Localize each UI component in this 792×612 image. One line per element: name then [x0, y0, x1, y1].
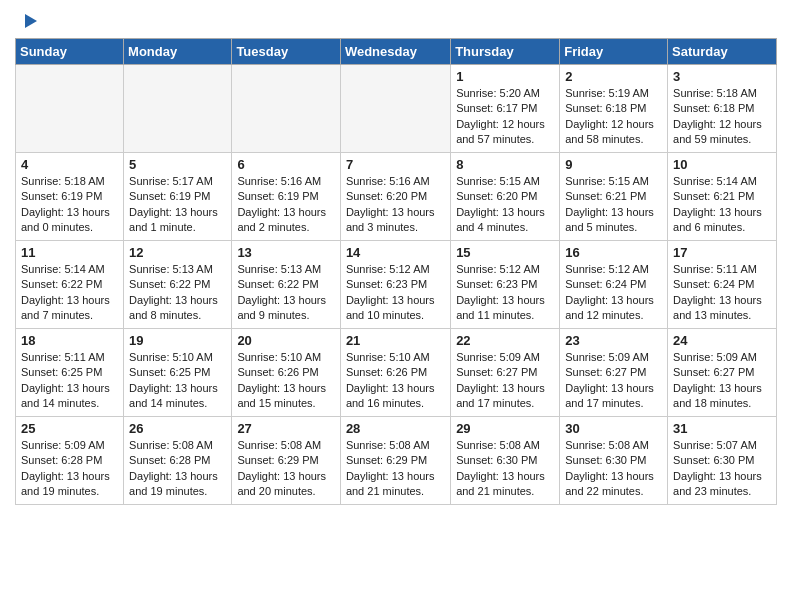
calendar-cell: 21Sunrise: 5:10 AM Sunset: 6:26 PM Dayli…: [340, 329, 450, 417]
day-number: 17: [673, 245, 771, 260]
calendar-cell: [16, 65, 124, 153]
week-row-3: 11Sunrise: 5:14 AM Sunset: 6:22 PM Dayli…: [16, 241, 777, 329]
day-number: 21: [346, 333, 445, 348]
day-info: Sunrise: 5:12 AM Sunset: 6:24 PM Dayligh…: [565, 262, 662, 324]
calendar-cell: 16Sunrise: 5:12 AM Sunset: 6:24 PM Dayli…: [560, 241, 668, 329]
day-info: Sunrise: 5:19 AM Sunset: 6:18 PM Dayligh…: [565, 86, 662, 148]
day-number: 8: [456, 157, 554, 172]
day-number: 12: [129, 245, 226, 260]
calendar-cell: 31Sunrise: 5:07 AM Sunset: 6:30 PM Dayli…: [668, 417, 777, 505]
page: SundayMondayTuesdayWednesdayThursdayFrid…: [0, 0, 792, 515]
day-info: Sunrise: 5:11 AM Sunset: 6:24 PM Dayligh…: [673, 262, 771, 324]
weekday-header-tuesday: Tuesday: [232, 39, 341, 65]
calendar-cell: 1Sunrise: 5:20 AM Sunset: 6:17 PM Daylig…: [451, 65, 560, 153]
weekday-header-friday: Friday: [560, 39, 668, 65]
day-info: Sunrise: 5:09 AM Sunset: 6:27 PM Dayligh…: [673, 350, 771, 412]
calendar-cell: 15Sunrise: 5:12 AM Sunset: 6:23 PM Dayli…: [451, 241, 560, 329]
calendar-cell: 5Sunrise: 5:17 AM Sunset: 6:19 PM Daylig…: [124, 153, 232, 241]
day-number: 6: [237, 157, 335, 172]
calendar-cell: 9Sunrise: 5:15 AM Sunset: 6:21 PM Daylig…: [560, 153, 668, 241]
day-info: Sunrise: 5:10 AM Sunset: 6:25 PM Dayligh…: [129, 350, 226, 412]
calendar-cell: 27Sunrise: 5:08 AM Sunset: 6:29 PM Dayli…: [232, 417, 341, 505]
calendar-cell: 13Sunrise: 5:13 AM Sunset: 6:22 PM Dayli…: [232, 241, 341, 329]
logo-icon: [17, 10, 39, 32]
calendar-cell: 2Sunrise: 5:19 AM Sunset: 6:18 PM Daylig…: [560, 65, 668, 153]
day-number: 9: [565, 157, 662, 172]
day-info: Sunrise: 5:09 AM Sunset: 6:28 PM Dayligh…: [21, 438, 118, 500]
day-number: 29: [456, 421, 554, 436]
day-number: 10: [673, 157, 771, 172]
calendar-cell: 18Sunrise: 5:11 AM Sunset: 6:25 PM Dayli…: [16, 329, 124, 417]
logo: [15, 10, 39, 32]
calendar-table: SundayMondayTuesdayWednesdayThursdayFrid…: [15, 38, 777, 505]
day-info: Sunrise: 5:16 AM Sunset: 6:19 PM Dayligh…: [237, 174, 335, 236]
day-info: Sunrise: 5:14 AM Sunset: 6:21 PM Dayligh…: [673, 174, 771, 236]
day-number: 2: [565, 69, 662, 84]
day-info: Sunrise: 5:15 AM Sunset: 6:21 PM Dayligh…: [565, 174, 662, 236]
calendar-cell: 4Sunrise: 5:18 AM Sunset: 6:19 PM Daylig…: [16, 153, 124, 241]
calendar-cell: 20Sunrise: 5:10 AM Sunset: 6:26 PM Dayli…: [232, 329, 341, 417]
weekday-header-saturday: Saturday: [668, 39, 777, 65]
calendar-cell: 19Sunrise: 5:10 AM Sunset: 6:25 PM Dayli…: [124, 329, 232, 417]
day-info: Sunrise: 5:08 AM Sunset: 6:30 PM Dayligh…: [456, 438, 554, 500]
header: [15, 10, 777, 32]
weekday-header-monday: Monday: [124, 39, 232, 65]
calendar-cell: 10Sunrise: 5:14 AM Sunset: 6:21 PM Dayli…: [668, 153, 777, 241]
calendar-cell: 17Sunrise: 5:11 AM Sunset: 6:24 PM Dayli…: [668, 241, 777, 329]
day-number: 27: [237, 421, 335, 436]
calendar-cell: 3Sunrise: 5:18 AM Sunset: 6:18 PM Daylig…: [668, 65, 777, 153]
day-info: Sunrise: 5:07 AM Sunset: 6:30 PM Dayligh…: [673, 438, 771, 500]
weekday-header-row: SundayMondayTuesdayWednesdayThursdayFrid…: [16, 39, 777, 65]
day-info: Sunrise: 5:20 AM Sunset: 6:17 PM Dayligh…: [456, 86, 554, 148]
day-info: Sunrise: 5:10 AM Sunset: 6:26 PM Dayligh…: [237, 350, 335, 412]
day-number: 22: [456, 333, 554, 348]
day-info: Sunrise: 5:12 AM Sunset: 6:23 PM Dayligh…: [456, 262, 554, 324]
day-number: 1: [456, 69, 554, 84]
week-row-5: 25Sunrise: 5:09 AM Sunset: 6:28 PM Dayli…: [16, 417, 777, 505]
calendar-cell: 28Sunrise: 5:08 AM Sunset: 6:29 PM Dayli…: [340, 417, 450, 505]
calendar-cell: 23Sunrise: 5:09 AM Sunset: 6:27 PM Dayli…: [560, 329, 668, 417]
day-number: 18: [21, 333, 118, 348]
calendar-cell: [232, 65, 341, 153]
day-info: Sunrise: 5:09 AM Sunset: 6:27 PM Dayligh…: [456, 350, 554, 412]
day-info: Sunrise: 5:10 AM Sunset: 6:26 PM Dayligh…: [346, 350, 445, 412]
day-number: 25: [21, 421, 118, 436]
day-info: Sunrise: 5:08 AM Sunset: 6:29 PM Dayligh…: [237, 438, 335, 500]
day-number: 19: [129, 333, 226, 348]
weekday-header-wednesday: Wednesday: [340, 39, 450, 65]
day-number: 4: [21, 157, 118, 172]
calendar-cell: 7Sunrise: 5:16 AM Sunset: 6:20 PM Daylig…: [340, 153, 450, 241]
calendar-cell: 24Sunrise: 5:09 AM Sunset: 6:27 PM Dayli…: [668, 329, 777, 417]
week-row-4: 18Sunrise: 5:11 AM Sunset: 6:25 PM Dayli…: [16, 329, 777, 417]
day-number: 11: [21, 245, 118, 260]
calendar-cell: 29Sunrise: 5:08 AM Sunset: 6:30 PM Dayli…: [451, 417, 560, 505]
day-number: 24: [673, 333, 771, 348]
calendar-cell: 30Sunrise: 5:08 AM Sunset: 6:30 PM Dayli…: [560, 417, 668, 505]
calendar-cell: 22Sunrise: 5:09 AM Sunset: 6:27 PM Dayli…: [451, 329, 560, 417]
day-number: 28: [346, 421, 445, 436]
day-info: Sunrise: 5:12 AM Sunset: 6:23 PM Dayligh…: [346, 262, 445, 324]
day-number: 5: [129, 157, 226, 172]
calendar-cell: [340, 65, 450, 153]
calendar-cell: [124, 65, 232, 153]
day-info: Sunrise: 5:08 AM Sunset: 6:30 PM Dayligh…: [565, 438, 662, 500]
day-info: Sunrise: 5:13 AM Sunset: 6:22 PM Dayligh…: [237, 262, 335, 324]
day-number: 31: [673, 421, 771, 436]
day-number: 3: [673, 69, 771, 84]
day-info: Sunrise: 5:08 AM Sunset: 6:29 PM Dayligh…: [346, 438, 445, 500]
day-number: 15: [456, 245, 554, 260]
day-info: Sunrise: 5:18 AM Sunset: 6:19 PM Dayligh…: [21, 174, 118, 236]
calendar-cell: 8Sunrise: 5:15 AM Sunset: 6:20 PM Daylig…: [451, 153, 560, 241]
calendar-cell: 12Sunrise: 5:13 AM Sunset: 6:22 PM Dayli…: [124, 241, 232, 329]
day-info: Sunrise: 5:17 AM Sunset: 6:19 PM Dayligh…: [129, 174, 226, 236]
calendar-cell: 14Sunrise: 5:12 AM Sunset: 6:23 PM Dayli…: [340, 241, 450, 329]
week-row-1: 1Sunrise: 5:20 AM Sunset: 6:17 PM Daylig…: [16, 65, 777, 153]
day-number: 20: [237, 333, 335, 348]
day-number: 23: [565, 333, 662, 348]
svg-marker-0: [25, 14, 37, 28]
day-info: Sunrise: 5:09 AM Sunset: 6:27 PM Dayligh…: [565, 350, 662, 412]
day-info: Sunrise: 5:18 AM Sunset: 6:18 PM Dayligh…: [673, 86, 771, 148]
calendar-cell: 6Sunrise: 5:16 AM Sunset: 6:19 PM Daylig…: [232, 153, 341, 241]
day-info: Sunrise: 5:11 AM Sunset: 6:25 PM Dayligh…: [21, 350, 118, 412]
day-info: Sunrise: 5:16 AM Sunset: 6:20 PM Dayligh…: [346, 174, 445, 236]
